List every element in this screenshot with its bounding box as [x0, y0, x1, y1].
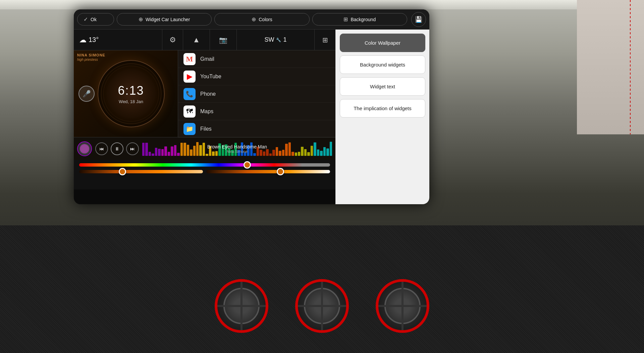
viz-bar: [203, 143, 205, 156]
viz-bar: [298, 152, 300, 156]
viz-bar: [171, 146, 173, 156]
viz-bar: [149, 152, 151, 156]
clock-widget: NINA SIMONE high priestess 🎤 6:13 Wed, 1…: [74, 50, 178, 137]
viz-bar: [276, 147, 278, 156]
right-panel: Color Wallpaper Background widgets Widge…: [335, 30, 429, 204]
viz-bar: [168, 152, 170, 156]
vent-vertical-bar: [401, 282, 404, 330]
colors-button[interactable]: ⊕ Colors: [214, 13, 309, 26]
viz-bar: [314, 142, 316, 156]
orange-thumb-1[interactable]: [119, 168, 126, 175]
viz-bar: [279, 151, 281, 156]
compass-icon: 🔧: [276, 38, 281, 42]
phone-icon: 📞: [183, 88, 196, 100]
color-sliders: [74, 160, 335, 189]
song-artist: Nina Simone: [207, 149, 267, 153]
air-vents: [215, 279, 429, 333]
list-item[interactable]: M Gmail: [178, 50, 335, 68]
vent-right: [376, 279, 429, 333]
viz-bar: [187, 145, 189, 156]
youtube-label: YouTube: [200, 74, 221, 80]
pause-button[interactable]: ⏸: [111, 142, 123, 155]
viz-bar: [161, 149, 164, 156]
prev-button[interactable]: ⏮: [95, 142, 108, 155]
rainbow-slider-row: [79, 163, 330, 167]
ok-button[interactable]: ✓ Ok: [77, 13, 114, 26]
plus-icon: ⊕: [139, 16, 143, 23]
mic-button[interactable]: 🎤: [78, 86, 95, 102]
compass-widget: SW 🔧 1: [237, 30, 315, 50]
viz-bar: [145, 143, 148, 156]
grid-button[interactable]: ⊞: [315, 30, 335, 50]
viz-bar: [304, 149, 307, 156]
viz-bar: [152, 153, 154, 156]
youtube-icon: ▶: [183, 71, 196, 83]
compass-bearing: 1: [283, 36, 286, 43]
viz-bar: [330, 142, 332, 156]
files-icon: 📁: [183, 123, 196, 135]
weather-icon: ☁: [79, 36, 87, 44]
widget-launcher-button[interactable]: ⊕ Widget Car Launcher: [117, 13, 212, 26]
check-icon: ✓: [84, 16, 88, 23]
widget-text-button[interactable]: Widget text: [340, 77, 425, 96]
viz-bar: [190, 149, 192, 156]
rainbow-slider[interactable]: [79, 163, 330, 167]
viz-bar: [320, 151, 322, 156]
gmail-icon: M: [183, 53, 196, 65]
background-widgets-button[interactable]: Background widgets: [340, 55, 425, 74]
app-list: M Gmail ▶ YouTube 📞 Phone: [178, 50, 335, 137]
background-button[interactable]: ⊞ Background: [312, 13, 407, 26]
list-item[interactable]: 📞 Phone: [178, 85, 335, 103]
settings-button[interactable]: ⚙: [162, 30, 183, 50]
list-item[interactable]: ▶ YouTube: [178, 68, 335, 85]
viz-bar: [326, 148, 329, 156]
viz-bar: [158, 149, 160, 156]
files-label: Files: [200, 126, 212, 132]
layout-icon: ⊞: [343, 16, 348, 23]
grid-icon: ⊞: [322, 36, 328, 44]
weather-widget[interactable]: ☁ 13°: [74, 30, 162, 50]
widget-launcher-label: Widget Car Launcher: [146, 17, 190, 22]
implication-widgets-button[interactable]: The implication of widgets: [340, 99, 425, 118]
compass-direction: SW: [264, 36, 274, 43]
viz-bar: [301, 147, 303, 156]
list-item[interactable]: 📁 Files: [178, 120, 335, 138]
middle-section: NINA SIMONE high priestess 🎤 6:13 Wed, 1…: [74, 50, 335, 137]
temperature-display: 13°: [89, 36, 99, 44]
camera-button[interactable]: 📷: [210, 30, 237, 50]
viz-bar: [307, 152, 310, 156]
clock-dial: 6:13 Wed, 18 Jan: [98, 60, 165, 127]
vent-vertical-bar: [240, 282, 243, 330]
settings-icon: ⚙: [169, 36, 176, 44]
ok-label: Ok: [91, 17, 97, 22]
viz-bar: [317, 149, 319, 156]
list-item[interactable]: 🗺 Maps: [178, 103, 335, 120]
next-button[interactable]: ⏭: [126, 142, 139, 155]
viz-bar: [285, 144, 287, 156]
song-title: Brown Eyed Handsome Man: [207, 144, 267, 149]
main-content: ☁ 13° ⚙ ▲ 📷 SW 🔧 1 ⊞: [74, 30, 429, 204]
top-light-strip: [0, 0, 644, 9]
viz-bar: [164, 146, 167, 156]
viz-bar: [142, 143, 145, 156]
album-disc: [77, 141, 92, 156]
orange-thumb-2[interactable]: [277, 168, 284, 175]
toolbar: ✓ Ok ⊕ Widget Car Launcher ⊕ Colors ⊞ Ba…: [74, 9, 429, 30]
plus-icon-colors: ⊕: [252, 16, 256, 23]
save-button[interactable]: 💾: [411, 12, 426, 27]
viz-bar: [199, 145, 202, 156]
navigation-button[interactable]: ▲: [183, 30, 210, 50]
maps-icon: 🗺: [183, 105, 196, 118]
vent-center: [295, 279, 349, 333]
music-controls: ⏮ ⏸ ⏭: [95, 142, 139, 155]
viz-bar: [288, 142, 291, 156]
music-info: Brown Eyed Handsome Man Nina Simone: [207, 144, 267, 153]
clock-time: 6:13: [118, 84, 144, 98]
album-title: high priestess: [77, 58, 98, 61]
orange-slider-2[interactable]: [206, 170, 330, 173]
color-wallpaper-button[interactable]: Color Wallpaper: [340, 34, 425, 52]
orange-slider-1[interactable]: [79, 170, 203, 173]
viz-bar: [180, 143, 183, 156]
rainbow-thumb[interactable]: [244, 161, 251, 169]
status-bar: ☁ 13° ⚙ ▲ 📷 SW 🔧 1 ⊞: [74, 30, 335, 50]
